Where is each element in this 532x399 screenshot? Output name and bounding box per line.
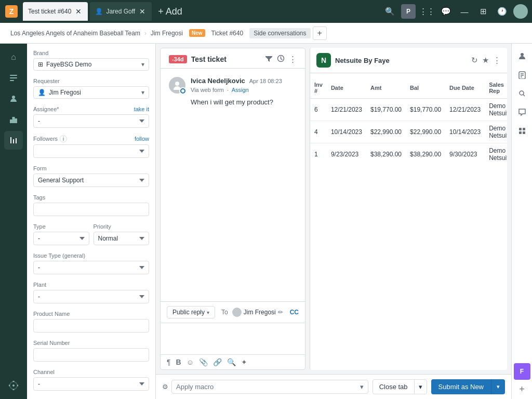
plant-section: Plant - xyxy=(33,282,149,303)
priority-select[interactable]: Normal xyxy=(94,232,150,245)
cell-due-date: 9/30/2023 xyxy=(445,143,485,166)
nav-contacts[interactable] xyxy=(4,89,23,108)
ticket-main: -34d Test ticket ⋮ xyxy=(156,44,511,399)
reply-type-label: Public reply xyxy=(172,309,205,316)
fr-info-icon[interactable] xyxy=(514,66,530,83)
follow-link[interactable]: follow xyxy=(135,136,149,142)
nav-orgs[interactable] xyxy=(4,110,23,129)
serial-number-input[interactable] xyxy=(33,348,149,362)
format-emoji-icon[interactable]: ☺ xyxy=(187,358,194,366)
apply-macro-dropdown[interactable]: Apply macro ▾ xyxy=(171,380,368,394)
format-bold-icon[interactable]: B xyxy=(176,358,181,366)
close-tab-arrow[interactable]: ▾ xyxy=(415,380,427,394)
message-author: Ivica Nedeljkovic xyxy=(191,77,245,85)
netsuite-header: N Netsuite By Faye ↻ ★ ⋮ xyxy=(310,48,507,73)
nav-settings[interactable] xyxy=(4,376,23,395)
take-it-link[interactable]: take it xyxy=(134,106,149,112)
ticket-title: Test ticket xyxy=(191,55,265,63)
netsuite-refresh-icon[interactable]: ↻ xyxy=(471,56,478,65)
breadcrumb-org[interactable]: Los Angeles Angels of Anaheim Baseball T… xyxy=(6,28,144,39)
grid-icon[interactable]: ⊞ xyxy=(476,4,490,19)
form-select[interactable]: General Support xyxy=(33,174,149,187)
fr-user-icon[interactable] xyxy=(514,48,530,64)
filter-icon[interactable] xyxy=(265,55,273,64)
netsuite-pin-icon[interactable]: ★ xyxy=(482,56,489,65)
more-icon[interactable]: ⋮ xyxy=(289,55,297,64)
add-conversation-button[interactable]: + xyxy=(313,26,327,40)
type-select[interactable]: - xyxy=(33,232,89,245)
svg-rect-23 xyxy=(523,131,525,134)
apps-icon[interactable]: ⋮⋮ xyxy=(420,4,434,19)
macro-icon: ⚙ xyxy=(162,383,168,391)
issue-type-select[interactable]: - xyxy=(33,261,149,274)
requester-chevron: ▾ xyxy=(141,89,144,96)
nav-reports[interactable] xyxy=(4,131,23,150)
add-tab-button[interactable]: + Add xyxy=(154,4,187,19)
avatar-icon[interactable]: P xyxy=(401,4,416,19)
fr-special-icon[interactable]: F xyxy=(514,363,530,380)
top-bar-icons: 🔍 P ⋮⋮ 💬 — ⊞ 🕐 xyxy=(382,4,528,19)
tags-input[interactable] xyxy=(33,203,149,216)
ticket-number[interactable]: Ticket #640 xyxy=(207,28,248,39)
cell-sales-rep: Demo Netsuite xyxy=(485,143,507,166)
tab-test-ticket[interactable]: Test ticket #640 ✕ xyxy=(23,2,88,21)
brand-value: FayeBSG Demo xyxy=(46,61,138,68)
properties-panel: Brand ⊞ FayeBSG Demo ▾ Requester 👤 Jim F… xyxy=(27,44,156,399)
channel-section: Channel - xyxy=(33,369,149,391)
reply-type-button[interactable]: Public reply ▾ xyxy=(167,306,215,318)
cell-inv: 4 xyxy=(310,121,327,143)
followers-info-icon[interactable]: i xyxy=(60,135,67,142)
fr-add-icon[interactable]: + xyxy=(519,384,525,395)
clock-icon[interactable] xyxy=(277,55,285,64)
svg-point-11 xyxy=(175,82,179,86)
format-paragraph-icon[interactable]: ¶ xyxy=(167,358,171,366)
requester-select[interactable]: 👤 Jim Fregosi ▾ xyxy=(33,86,149,99)
search-icon[interactable]: 🔍 xyxy=(382,4,397,19)
close-tab-label[interactable]: Close tab xyxy=(373,380,415,394)
fr-chat-icon[interactable] xyxy=(514,104,530,121)
assignee-select[interactable]: - xyxy=(33,114,149,128)
close-tab-button[interactable]: Close tab ▾ xyxy=(373,379,427,394)
tab-jared-goff[interactable]: 👤 Jared Goff ✕ xyxy=(90,2,152,21)
ticket-header-icons: ⋮ xyxy=(265,55,297,64)
reply-input[interactable] xyxy=(161,323,305,354)
fr-apps-icon[interactable] xyxy=(514,123,530,139)
nav-home[interactable]: ⌂ xyxy=(4,48,23,66)
edit-recipient-icon[interactable]: ✏ xyxy=(278,309,283,316)
message-body: Ivica Nedeljkovic Apr 18 08:23 Via web f… xyxy=(191,77,297,108)
channel-select[interactable]: - xyxy=(33,377,149,391)
side-conversations-button[interactable]: Side conversations xyxy=(249,28,310,38)
format-link-icon[interactable]: 🔗 xyxy=(213,358,222,366)
tab-close-button[interactable]: ✕ xyxy=(138,8,147,15)
netsuite-more-icon[interactable]: ⋮ xyxy=(493,56,501,65)
breadcrumb-user[interactable]: Jim Fregosi xyxy=(147,28,187,39)
far-right-bar: F + xyxy=(511,44,532,399)
fr-search-icon[interactable] xyxy=(514,85,530,102)
nav-tickets[interactable] xyxy=(4,69,23,87)
minus-icon[interactable]: — xyxy=(457,4,472,19)
time-icon[interactable]: 🕐 xyxy=(495,4,509,19)
tab-label: Test ticket #640 xyxy=(28,8,71,15)
user-avatar[interactable] xyxy=(513,4,528,19)
format-ai-icon[interactable]: ✦ xyxy=(241,358,247,366)
followers-select[interactable] xyxy=(33,144,149,158)
format-attach-icon[interactable]: 📎 xyxy=(199,358,208,366)
assign-link[interactable]: Assign xyxy=(232,87,249,93)
chat-icon[interactable]: 💬 xyxy=(438,4,453,19)
bottom-bar: ⚙ Apply macro ▾ Close tab ▾ Submit as Ne… xyxy=(156,374,511,399)
submit-button[interactable]: Submit as New ▾ xyxy=(431,379,505,394)
table-row: 1 9/23/2023 $38,290.00 $38,290.00 9/30/2… xyxy=(310,143,507,166)
form-section: Form General Support xyxy=(33,165,149,187)
avatar-badge xyxy=(179,87,187,95)
netsuite-table: Inv # Date Amt Bal Due Date Sales Rep 6 … xyxy=(310,77,507,165)
cell-date: 12/21/2023 xyxy=(327,99,366,121)
submit-arrow[interactable]: ▾ xyxy=(491,380,505,394)
plant-select[interactable]: - xyxy=(33,290,149,303)
cc-button[interactable]: CC xyxy=(290,309,299,316)
product-name-input[interactable] xyxy=(33,319,149,332)
brand-select[interactable]: ⊞ FayeBSG Demo ▾ xyxy=(33,58,149,71)
format-search-icon[interactable]: 🔍 xyxy=(227,358,236,366)
tab-close-button[interactable]: ✕ xyxy=(74,8,83,15)
svg-rect-6 xyxy=(10,119,12,123)
svg-rect-3 xyxy=(10,77,17,78)
